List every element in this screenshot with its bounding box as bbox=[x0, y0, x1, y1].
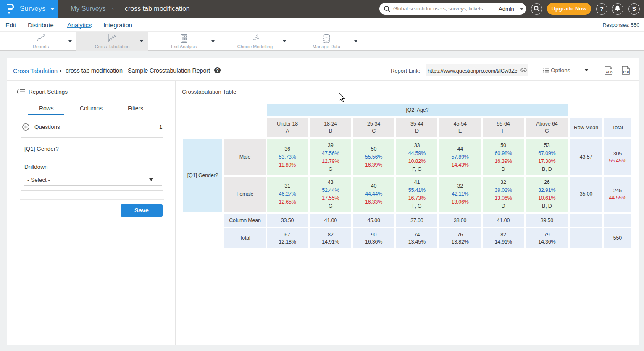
svg-text:XLS: XLS bbox=[606, 70, 613, 74]
svg-text:PDF: PDF bbox=[623, 70, 630, 74]
